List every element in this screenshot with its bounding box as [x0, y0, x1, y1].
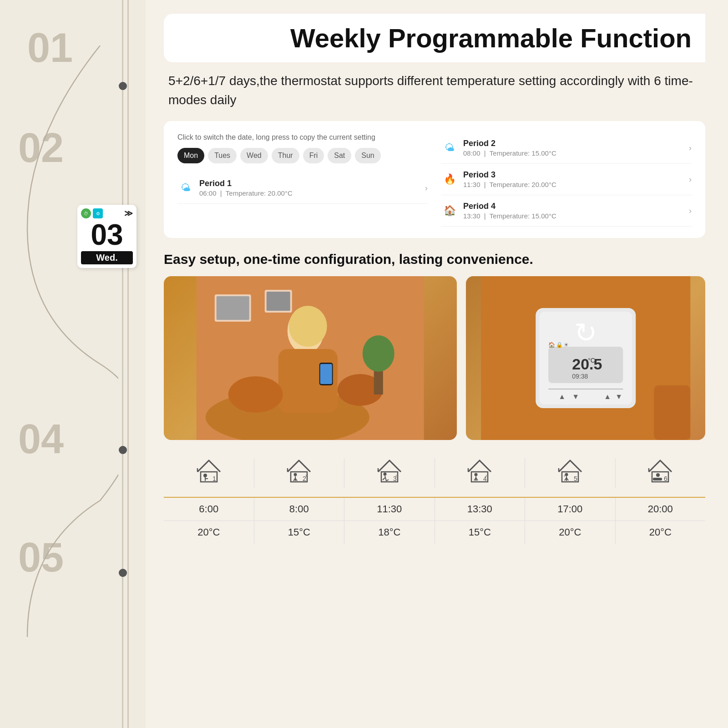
- photo-woman: [164, 276, 457, 440]
- time-cell-6: 20:00: [616, 498, 706, 521]
- schedule-left: Click to switch the date, long press to …: [177, 132, 428, 227]
- temp-cell-2: 15°C: [254, 521, 345, 544]
- period-2-icon: 🌤: [441, 140, 458, 156]
- svg-text:▼: ▼: [615, 393, 622, 400]
- period-item-1[interactable]: 🌤 Period 1 06:00 | Temperature: 20.00°C …: [177, 172, 428, 204]
- time-cell-3: 11:30: [344, 498, 435, 521]
- vertical-line: [122, 0, 123, 728]
- step-number-05: 05: [18, 537, 64, 578]
- period-item-4[interactable]: 🏠 Period 4 13:30 | Temperature: 15.00°C …: [441, 195, 692, 227]
- day-btn-thur[interactable]: Thur: [272, 148, 299, 163]
- svg-text:▲: ▲: [604, 393, 611, 400]
- svg-text:20.5: 20.5: [572, 355, 602, 373]
- period-2-details: 08:00 | Temperature: 15.00°C: [463, 149, 683, 157]
- period-3-info: Period 3 11:30 | Temperature: 20.00°C: [463, 170, 683, 188]
- day-btn-mon[interactable]: Mon: [177, 148, 204, 163]
- svg-line-50: [385, 476, 386, 481]
- dot-1: [119, 82, 127, 90]
- day-btn-tues[interactable]: Tues: [208, 148, 237, 163]
- day-btn-fri[interactable]: Fri: [303, 148, 324, 163]
- svg-text:1: 1: [212, 475, 216, 482]
- step-number-02: 02: [18, 127, 64, 168]
- widget-day-number: 03: [81, 220, 133, 249]
- temp-cell-5: 20°C: [525, 521, 616, 544]
- main-content: Weekly Programmable Function 5+2/6+1/7 d…: [141, 0, 728, 728]
- svg-text:6: 6: [664, 475, 667, 482]
- period-1-details: 06:00 | Temperature: 20.00°C: [199, 189, 420, 197]
- period-2-name: Period 2: [463, 139, 683, 148]
- time-cell-1: 6:00: [164, 498, 254, 521]
- dot-3: [119, 446, 127, 454]
- schedule-right: 🌤 Period 2 08:00 | Temperature: 15.00°C …: [441, 132, 692, 227]
- period-1-arrow: ›: [425, 183, 428, 193]
- day-buttons: Mon Tues Wed Thur Fri Sat Sun: [177, 148, 428, 163]
- temp-row: 20°C 15°C 18°C 15°C 20°C 20°C: [164, 521, 705, 544]
- svg-line-52: [386, 480, 389, 481]
- period-3-icon: 🔥: [441, 171, 458, 187]
- svg-point-4: [289, 306, 327, 347]
- schedule-col-5: 5 ‹: [525, 458, 616, 488]
- svg-rect-31: [654, 385, 690, 440]
- widget-day-name: Wed.: [81, 251, 133, 264]
- dot-4: [119, 569, 127, 577]
- schedule-col-3: 3 ›: [344, 458, 435, 488]
- easy-setup-title: Easy setup, one-time configuration, last…: [164, 252, 705, 267]
- svg-rect-73: [653, 478, 662, 480]
- svg-rect-6: [320, 364, 332, 384]
- svg-text:🔒: 🔒: [556, 341, 563, 348]
- svg-text:5: 5: [574, 475, 577, 482]
- period-3-name: Period 3: [463, 170, 683, 180]
- temp-cell-6: 20°C: [616, 521, 706, 544]
- schedule-col-6: 6: [616, 458, 706, 488]
- svg-text:▲: ▲: [558, 393, 566, 400]
- period-3-details: 11:30 | Temperature: 20.00°C: [463, 181, 683, 188]
- left-sidebar: 01 02 04 05 ⏱ ⚙ ≫ 03 Wed.: [0, 0, 146, 728]
- svg-text:☀: ☀: [564, 342, 569, 348]
- step-number-01: 01: [27, 27, 73, 68]
- schedule-col-2: 2 ›: [254, 458, 345, 488]
- day-btn-sun[interactable]: Sun: [355, 148, 380, 163]
- house-icon-1: 1: [195, 458, 222, 488]
- settings-icon: ⚙: [93, 208, 103, 218]
- svg-point-41: [294, 473, 297, 476]
- temp-cell-4: 15°C: [435, 521, 526, 544]
- period-1-name: Period 1: [199, 179, 420, 188]
- time-cell-5: 17:00: [525, 498, 616, 521]
- svg-text:▼: ▼: [572, 393, 579, 400]
- period-4-name: Period 4: [463, 202, 683, 211]
- period-4-info: Period 4 13:30 | Temperature: 15.00°C: [463, 202, 683, 220]
- svg-point-7: [228, 376, 283, 413]
- svg-rect-12: [217, 296, 249, 320]
- arrow-right-icon: ≫: [124, 208, 133, 218]
- svg-point-74: [656, 473, 660, 477]
- period-item-3[interactable]: 🔥 Period 3 11:30 | Temperature: 20.00°C …: [441, 164, 692, 195]
- period-1-icon: 🌤: [177, 180, 194, 196]
- period-item-2[interactable]: 🌤 Period 2 08:00 | Temperature: 15.00°C …: [441, 132, 692, 164]
- svg-point-57: [475, 473, 478, 476]
- svg-text:›: ›: [395, 473, 397, 478]
- svg-text:09:38: 09:38: [572, 373, 588, 380]
- svg-point-49: [383, 473, 386, 476]
- period-2-arrow: ›: [689, 143, 692, 153]
- vertical-line2: [127, 0, 129, 728]
- svg-rect-14: [267, 292, 290, 311]
- schedule-col-1: 1: [164, 458, 254, 488]
- schedule-hint: Click to switch the date, long press to …: [177, 132, 428, 142]
- svg-text:🏠: 🏠: [548, 341, 555, 348]
- wifi-icon: ⏱: [81, 208, 91, 218]
- thermostat-widget: ⏱ ⚙ ≫ 03 Wed.: [77, 205, 136, 268]
- photo-thermostat: ↻ 20.5 °C 09:38 🏠 🔒 ☀ ▲ ▼ ▲ ▼: [466, 276, 706, 440]
- schedule-table-container: 1 2: [164, 458, 705, 544]
- day-btn-wed[interactable]: Wed: [240, 148, 268, 163]
- svg-text:↻: ↻: [574, 318, 597, 348]
- page-title: Weekly Programmable Function: [164, 14, 705, 62]
- time-cell-4: 13:30: [435, 498, 526, 521]
- day-btn-sat[interactable]: Sat: [328, 148, 351, 163]
- svg-text:›: ›: [485, 473, 487, 478]
- period-2-info: Period 2 08:00 | Temperature: 15.00°C: [463, 139, 683, 157]
- temp-cell-3: 18°C: [344, 521, 435, 544]
- schedule-card: Click to switch the date, long press to …: [164, 121, 705, 238]
- svg-line-51: [383, 478, 385, 480]
- svg-text:°C: °C: [588, 357, 595, 364]
- time-row: 6:00 8:00 11:30 13:30 17:00 20:00: [164, 498, 705, 521]
